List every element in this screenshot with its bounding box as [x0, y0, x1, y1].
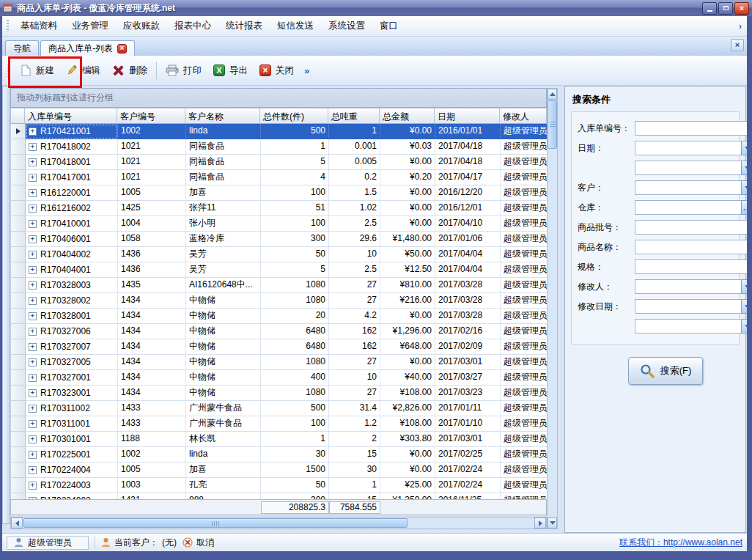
- contact-link[interactable]: 联系我们：http://www.aolan.net: [619, 537, 742, 549]
- table-row[interactable]: +R1703270011434中物储40010¥40.002017/03/27超…: [11, 370, 547, 386]
- expand-row-icon[interactable]: +: [29, 220, 37, 228]
- table-row[interactable]: +R1702240041005加喜150030¥0.002017/02/24超级…: [11, 463, 547, 478]
- dropdown-button[interactable]: [741, 299, 747, 314]
- column-header[interactable]: 日期: [435, 108, 500, 124]
- expand-row-icon[interactable]: +: [29, 174, 37, 182]
- horizontal-scrollbar[interactable]: [10, 517, 547, 529]
- menu-item[interactable]: 窗口: [372, 18, 405, 34]
- print-button[interactable]: 打印: [160, 61, 207, 81]
- dropdown-button[interactable]: [741, 279, 747, 294]
- dropdown-button[interactable]: [741, 161, 747, 175]
- table-row[interactable]: +R1704060011058蓝格冷库30029.6¥1,480.002017/…: [11, 232, 547, 247]
- table-row[interactable]: +R1703270051434中物储108027¥0.002017/03/01超…: [11, 355, 547, 370]
- menu-item[interactable]: 应收账款: [116, 18, 167, 34]
- date-from-field-input[interactable]: [635, 141, 747, 155]
- column-header[interactable]: 入库单编号: [25, 108, 117, 124]
- expand-row-icon[interactable]: +: [29, 266, 37, 274]
- column-header[interactable]: 总吨重: [328, 108, 380, 124]
- vertical-scrollbar[interactable]: [547, 88, 558, 529]
- table-row[interactable]: +R1704040011436吴芳52.5¥12.502017/04/04超级管…: [11, 262, 547, 278]
- expand-row-icon[interactable]: +: [29, 405, 37, 413]
- table-row[interactable]: +R1703010011188林长凯12¥303.802017/03/01超级管…: [11, 432, 547, 447]
- table-row[interactable]: +R1704170011021同福食品40.2¥0.202017/04/17超级…: [11, 170, 547, 185]
- table-row[interactable]: +R1703110011433广州蒙牛食品1001.2¥108.002017/0…: [11, 416, 547, 432]
- expand-row-icon[interactable]: +: [29, 466, 37, 474]
- customer-field-input[interactable]: [635, 180, 747, 195]
- table-row[interactable]: +R1704180021021同福食品10.001¥0.032017/04/18…: [11, 139, 547, 155]
- column-header[interactable]: 客户名称: [185, 108, 260, 124]
- expand-row-icon[interactable]: +: [29, 128, 37, 136]
- table-row[interactable]: +R1612160021425张萍11511.02¥0.002016/12/01…: [11, 201, 547, 216]
- column-header[interactable]: 总件数(件): [260, 108, 328, 124]
- batch-no-field-input[interactable]: [635, 220, 747, 235]
- expand-row-icon[interactable]: +: [29, 358, 37, 366]
- dropdown-button[interactable]: [741, 319, 747, 334]
- export-button[interactable]: X导出: [207, 61, 254, 81]
- expand-row-icon[interactable]: +: [29, 297, 37, 305]
- scroll-right-icon[interactable]: [534, 517, 546, 528]
- menu-overflow-icon[interactable]: ›: [739, 21, 743, 32]
- expand-row-icon[interactable]: +: [29, 389, 37, 397]
- scroll-up-icon[interactable]: [548, 89, 557, 100]
- column-header[interactable]: 总金额: [380, 108, 435, 124]
- delete-button[interactable]: 删除: [106, 61, 153, 81]
- search-button[interactable]: 搜索(F): [628, 357, 703, 385]
- menu-item[interactable]: 统计报表: [218, 18, 270, 34]
- table-row[interactable]: +R1704210011002linda5001¥0.002016/01/01超…: [11, 124, 547, 139]
- tab-close-icon[interactable]: ×: [117, 44, 127, 54]
- table-row[interactable]: +R1703230011434中物储108027¥108.002017/03/2…: [11, 386, 547, 401]
- table-row[interactable]: +R170224002143188830015¥1,350.002016/11/…: [11, 493, 547, 499]
- edit-button[interactable]: 编辑: [60, 61, 106, 81]
- table-row[interactable]: +R1704180011021同福食品50.005¥0.002017/04/18…: [11, 155, 547, 170]
- menu-item[interactable]: 基础资料: [13, 18, 64, 34]
- collapsed-side-strip[interactable]: [2, 86, 10, 524]
- expand-row-icon[interactable]: +: [29, 205, 37, 213]
- menu-item[interactable]: 短信发送: [270, 18, 321, 34]
- vertical-scroll-thumb[interactable]: [548, 100, 557, 149]
- table-row[interactable]: +R1703280031435AI16120648中...108027¥810.…: [11, 278, 547, 293]
- dropdown-button[interactable]: [741, 141, 747, 155]
- receipt-no-field-input[interactable]: [635, 121, 747, 136]
- table-row[interactable]: +R1612200011005加喜1001.5¥0.002016/12/20超级…: [11, 185, 547, 201]
- product-name-field-input[interactable]: [635, 240, 747, 254]
- menu-item[interactable]: 系统设置: [321, 18, 372, 34]
- horizontal-scroll-thumb[interactable]: [23, 518, 408, 528]
- ellipsis-button[interactable]: ...: [741, 200, 747, 215]
- edit-date-to-field-input[interactable]: [635, 319, 747, 334]
- date-to-field-input[interactable]: [635, 161, 747, 175]
- expand-row-icon[interactable]: +: [29, 420, 37, 428]
- close-button[interactable]: ×: [734, 2, 749, 15]
- table-row[interactable]: +R1703110021433广州蒙牛食品50031.4¥2,826.00201…: [11, 401, 547, 416]
- table-row[interactable]: +R1703270061434中物储6480162¥1,296.002017/0…: [11, 324, 547, 339]
- column-header[interactable]: 修改人: [500, 108, 547, 124]
- expand-row-icon[interactable]: +: [29, 312, 37, 320]
- toolbar-overflow-icon[interactable]: »: [301, 65, 312, 76]
- expand-row-icon[interactable]: +: [29, 251, 37, 259]
- edit-date-from-field-input[interactable]: [635, 299, 747, 314]
- minimize-button[interactable]: [702, 2, 717, 15]
- table-row[interactable]: +R1703270071434中物储6480162¥648.002017/02/…: [11, 339, 547, 355]
- table-row[interactable]: +R1703280011434中物储204.2¥0.002017/03/28超级…: [11, 309, 547, 324]
- expand-row-icon[interactable]: +: [29, 158, 37, 166]
- expand-row-icon[interactable]: +: [29, 374, 37, 382]
- warehouse-field-input[interactable]: [635, 200, 747, 215]
- table-row[interactable]: +R1704040021436吴芳5010¥50.002017/04/04超级管…: [11, 247, 547, 262]
- expand-row-icon[interactable]: +: [29, 328, 37, 336]
- tab-active[interactable]: 商品入库单-列表×: [40, 40, 135, 56]
- table-row[interactable]: +R1704100011004张小明1002.5¥0.002017/04/10超…: [11, 216, 547, 232]
- expand-row-icon[interactable]: +: [29, 143, 37, 151]
- expand-row-icon[interactable]: +: [29, 451, 37, 459]
- expand-row-icon[interactable]: +: [29, 343, 37, 351]
- table-row[interactable]: +R1703280021434中物储108027¥216.002017/03/2…: [11, 293, 547, 309]
- expand-row-icon[interactable]: +: [29, 482, 37, 490]
- expand-row-icon[interactable]: +: [29, 435, 37, 443]
- tabstrip-close-icon[interactable]: ×: [731, 39, 744, 51]
- scroll-left-icon[interactable]: [11, 517, 23, 528]
- expand-row-icon[interactable]: +: [29, 281, 37, 290]
- menu-item[interactable]: 报表中心: [167, 18, 218, 34]
- close-tab-button[interactable]: ×关闭: [254, 61, 300, 81]
- editor-field-input[interactable]: [635, 279, 747, 294]
- table-row[interactable]: +R1702240031003孔亮501¥25.002017/02/24超级管理…: [11, 478, 547, 493]
- menu-item[interactable]: 业务管理: [64, 18, 116, 34]
- tab-nav[interactable]: 导航: [5, 40, 39, 56]
